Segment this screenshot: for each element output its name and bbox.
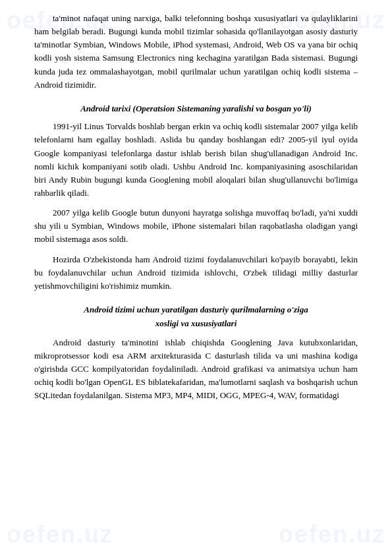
section-title-2-line1: Android tizimi uchun yaratilgan dasturiy…	[84, 305, 308, 314]
section-title-1: Android tarixi (Operatsion Sistemaning y…	[34, 102, 358, 115]
section-title-2-line2: xosligi va xususiyatlari	[155, 318, 237, 328]
watermark-bottom-left: oefen.uz	[7, 521, 113, 548]
main-content: ta'minot nafaqat uning narxiga, balki te…	[34, 12, 358, 402]
section-title-1-text: Android tarixi (Operatsion Sistemaning y…	[80, 103, 312, 113]
paragraph-4-text: Hozirda O'zbekistonda ham Android tizimi…	[34, 254, 358, 291]
paragraph-5: Android dasturiy ta'minotini ishlab chiq…	[34, 336, 358, 403]
watermark-bottom-right: oefen.uz	[279, 521, 385, 548]
paragraph-3: 2007 yilga kelib Google butun dunyoni ha…	[34, 206, 358, 246]
paragraph-2-text: 1991-yil Linus Torvalds boshlab bergan e…	[34, 121, 358, 198]
paragraph-1-text: ta'minot nafaqat uning narxiga, balki te…	[34, 13, 358, 90]
paragraph-2: 1991-yil Linus Torvalds boshlab bergan e…	[34, 120, 358, 200]
paragraph-5-text: Android dasturiy ta'minotini ishlab chiq…	[34, 337, 358, 401]
page: oefen.uz oefen.uz oefen.uz oefen.uz ta'm…	[0, 0, 392, 555]
section-title-2: Android tizimi uchun yaratilgan dasturiy…	[34, 303, 358, 331]
paragraph-3-text: 2007 yilga kelib Google butun dunyoni ha…	[34, 208, 358, 244]
paragraph-1: ta'minot nafaqat uning narxiga, balki te…	[34, 12, 358, 92]
paragraph-4: Hozirda O'zbekistonda ham Android tizimi…	[34, 253, 358, 293]
